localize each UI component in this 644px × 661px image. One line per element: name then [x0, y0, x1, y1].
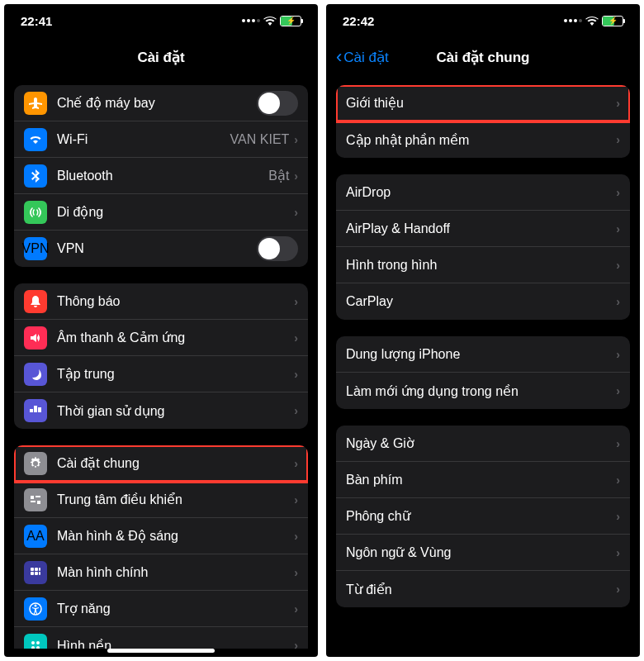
row-label: Ngày & Giờ: [346, 435, 616, 451]
row-label: Màn hình chính: [57, 565, 294, 580]
status-icons: ⚡: [564, 16, 623, 26]
row-label: Bluetooth: [57, 169, 268, 183]
row-label: Phông chữ: [346, 508, 616, 524]
settings-row-t-p-trung[interactable]: Tập trung›: [14, 356, 308, 392]
settings-row-ch-m-y-bay[interactable]: Chế độ máy bay: [14, 85, 308, 121]
chevron-right-icon: ›: [616, 348, 620, 361]
focus-icon: [24, 363, 47, 386]
settings-row-c-i-t-chung[interactable]: Cài đặt chung›: [14, 445, 308, 482]
settings-row-vpn[interactable]: VPNVPN: [14, 231, 308, 267]
home-icon: [24, 561, 47, 584]
toggle[interactable]: [257, 236, 298, 261]
settings-row-carplay[interactable]: CarPlay›: [336, 283, 630, 320]
battery-icon: ⚡: [280, 16, 301, 26]
settings-row--m-thanh-c-m-ng[interactable]: Âm thanh & Cảm ứng›: [14, 320, 308, 356]
settings-row-b-n-ph-m[interactable]: Bàn phím›: [336, 462, 630, 498]
wallpaper-icon: [24, 634, 47, 649]
svg-rect-3: [31, 572, 34, 575]
section: Giới thiệu›Cập nhật phần mềm›: [336, 85, 630, 158]
row-label: Cập nhật phần mềm: [346, 132, 616, 148]
row-label: Chế độ máy bay: [57, 95, 257, 111]
accessibility-icon: [24, 597, 47, 621]
section: AirDrop›AirPlay & Handoff›Hình trong hìn…: [336, 174, 630, 320]
settings-row-h-nh-trong-h-nh[interactable]: Hình trong hình›: [336, 247, 630, 283]
svg-rect-0: [31, 568, 34, 571]
airplane-icon: [24, 92, 47, 115]
row-label: Hình trong hình: [346, 258, 616, 273]
row-label: Âm thanh & Cảm ứng: [57, 330, 294, 345]
settings-row-airdrop[interactable]: AirDrop›: [336, 174, 630, 211]
notification-icon: [24, 290, 47, 313]
status-bar: 22:41 ⚡: [4, 4, 318, 37]
settings-row-gi-i-thi-u[interactable]: Giới thiệu›: [336, 85, 630, 121]
section: Chế độ máy bayWi-FiVAN KIET›BluetoothBật…: [14, 85, 308, 267]
status-time: 22:42: [343, 14, 374, 28]
chevron-right-icon: ›: [616, 473, 620, 487]
back-button[interactable]: ‹ Cài đặt: [336, 46, 389, 68]
section: Cài đặt chung›Trung tâm điều khiển›AAMàn…: [14, 445, 308, 649]
svg-point-8: [31, 641, 35, 644]
settings-row-th-i-gian-s-d-ng[interactable]: Thời gian sử dụng›: [14, 392, 308, 429]
sound-icon: [24, 326, 47, 350]
chevron-right-icon: ›: [616, 437, 620, 450]
settings-row-ph-ng-ch-[interactable]: Phông chữ›: [336, 498, 630, 535]
svg-point-9: [36, 641, 40, 644]
wifi-icon: [24, 128, 47, 151]
display-icon: AA: [24, 525, 47, 548]
signal-dots: [564, 19, 582, 22]
general-list[interactable]: Giới thiệu›Cập nhật phần mềm›AirDrop›Air…: [326, 77, 640, 657]
settings-row-bluetooth[interactable]: BluetoothBật›: [14, 158, 308, 194]
chevron-right-icon: ›: [294, 602, 298, 616]
settings-row-dung-l-ng-iphone[interactable]: Dung lượng iPhone›: [336, 336, 630, 373]
chevron-right-icon: ›: [294, 566, 298, 579]
chevron-right-icon: ›: [616, 222, 620, 235]
settings-row-trung-t-m-i-u-khi-n[interactable]: Trung tâm điều khiển›: [14, 482, 308, 518]
nav-header: Cài đặt: [4, 37, 318, 77]
gear-icon: [24, 452, 47, 475]
page-title: Cài đặt: [137, 49, 184, 66]
chevron-right-icon: ›: [294, 368, 298, 381]
chevron-right-icon: ›: [294, 639, 298, 649]
settings-row-c-p-nh-t-ph-n-m-m[interactable]: Cập nhật phần mềm›: [336, 121, 630, 158]
chevron-right-icon: ›: [616, 384, 620, 397]
nav-header: ‹ Cài đặt Cài đặt chung: [326, 37, 640, 77]
settings-row-h-nh-n-n[interactable]: Hình nền›: [14, 627, 308, 649]
chevron-right-icon: ›: [294, 404, 298, 417]
signal-dots: [242, 19, 260, 22]
chevron-right-icon: ›: [616, 97, 620, 110]
svg-rect-4: [35, 572, 38, 575]
settings-row-ng-y-gi-[interactable]: Ngày & Giờ›: [336, 426, 630, 462]
settings-row-th-ng-b-o[interactable]: Thông báo›: [14, 283, 308, 320]
phone-right: 22:42 ⚡ ‹ Cài đặt Cài đặt chung Giới thi…: [326, 4, 640, 657]
wifi-icon: [263, 16, 277, 26]
chevron-right-icon: ›: [294, 295, 298, 308]
settings-row-m-n-h-nh-s-ng[interactable]: AAMàn hình & Độ sáng›: [14, 518, 308, 554]
chevron-right-icon: ›: [294, 493, 298, 506]
wifi-icon: [585, 16, 599, 26]
chevron-right-icon: ›: [616, 259, 620, 272]
row-label: Giới thiệu: [346, 95, 616, 111]
settings-row-airplay-handoff[interactable]: AirPlay & Handoff›: [336, 211, 630, 247]
settings-row-tr-n-ng[interactable]: Trợ năng›: [14, 591, 308, 627]
status-time: 22:41: [21, 14, 52, 28]
settings-row-m-n-h-nh-ch-nh[interactable]: Màn hình chính›: [14, 554, 308, 591]
settings-row-ng-n-ng-v-ng[interactable]: Ngôn ngữ & Vùng›: [336, 535, 630, 571]
settings-row-di-ng[interactable]: Di động›: [14, 194, 308, 231]
row-label: Thông báo: [57, 294, 294, 309]
row-label: Làm mới ứng dụng trong nền: [346, 383, 616, 399]
row-label: Ngôn ngữ & Vùng: [346, 544, 616, 560]
svg-point-10: [31, 646, 35, 649]
status-icons: ⚡: [242, 16, 301, 26]
row-label: Wi-Fi: [57, 132, 230, 147]
toggle[interactable]: [257, 91, 298, 116]
row-label: Tập trung: [57, 366, 294, 382]
settings-row-l-m-m-i-ng-d-ng-trong-n-n[interactable]: Làm mới ứng dụng trong nền›: [336, 373, 630, 409]
settings-list[interactable]: Chế độ máy bayWi-FiVAN KIET›BluetoothBật…: [4, 77, 318, 649]
chevron-right-icon: ›: [294, 457, 298, 470]
battery-icon: ⚡: [602, 16, 623, 26]
settings-row-wi-fi[interactable]: Wi-FiVAN KIET›: [14, 121, 308, 158]
chevron-right-icon: ›: [294, 530, 298, 543]
chevron-right-icon: ›: [616, 546, 620, 559]
section: Thông báo›Âm thanh & Cảm ứng›Tập trung›T…: [14, 283, 308, 429]
settings-row-t-i-n[interactable]: Từ điển›: [336, 571, 630, 607]
